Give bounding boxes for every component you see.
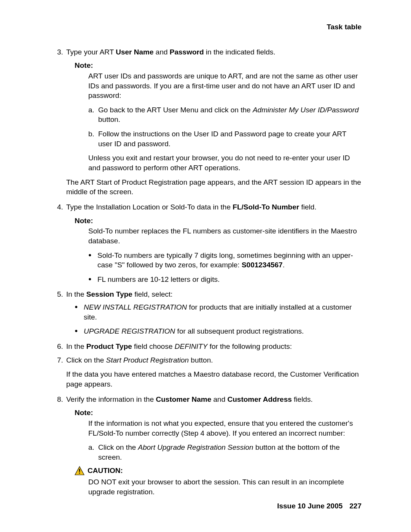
text-run: Click on the	[98, 443, 138, 451]
caution-block: CAUTION: DO NOT exit your browser to abo…	[75, 466, 362, 497]
step-4: 4. Type the Installation Location or Sol…	[57, 202, 362, 212]
indent-block: ● NEW INSTALL REGISTRATION for products …	[75, 302, 362, 336]
step-7: 7. Click on the Start Product Registrati…	[57, 355, 362, 365]
footer-issue: Issue 10 June 2005	[277, 502, 342, 510]
text-run: and	[211, 395, 227, 403]
footer-page-number: 227	[349, 502, 362, 510]
bold-text: User Name	[116, 48, 153, 56]
text-run: fields.	[292, 395, 313, 403]
step-number: 3.	[57, 47, 66, 57]
step-text: Type the Installation Location or Sold-T…	[66, 202, 362, 212]
svg-rect-1	[79, 469, 80, 472]
text-run: for the following products:	[207, 342, 292, 350]
italic-text: Abort Upgrade Registration Session	[138, 443, 253, 451]
bullet-text: UPGRADE REGISTRATION for all subsequent …	[84, 326, 362, 336]
sub-item-a: a. Click on the Abort Upgrade Registrati…	[88, 443, 362, 462]
step-text: In the Product Type field choose DEFINIT…	[66, 342, 362, 351]
bold-text: Session Type	[86, 290, 132, 298]
text-run: In the	[66, 290, 86, 298]
list-item: ● NEW INSTALL REGISTRATION for products …	[75, 302, 362, 322]
caution-header: CAUTION:	[75, 466, 362, 476]
note-body: ART user IDs and passwords are unique to…	[88, 71, 362, 101]
note-block: Note: If the information is not what you…	[75, 408, 362, 462]
text-run: Click on the	[66, 356, 106, 364]
step-number: 4.	[57, 202, 66, 212]
text-run: in the indicated fields.	[204, 48, 276, 56]
step-number: 6.	[57, 342, 66, 351]
bullet-text: FL numbers are 10-12 letters or digits.	[97, 275, 362, 284]
bullet-text: NEW INSTALL REGISTRATION for products th…	[84, 302, 362, 322]
italic-text: Start Product Registration	[106, 356, 189, 364]
text-run: Go back to the ART User Menu and click o…	[98, 106, 253, 114]
step-number: 5.	[57, 289, 66, 299]
text-run: field choose	[132, 342, 175, 350]
note-label: Note:	[75, 61, 362, 70]
text-run: and	[154, 48, 170, 56]
bold-text: Password	[170, 48, 204, 56]
page-footer: Issue 10 June 2005227	[277, 501, 362, 511]
text-run: Type your ART	[66, 48, 116, 56]
step-8: 8. Verify the information in the Custome…	[57, 395, 362, 404]
text-run: In the	[66, 342, 86, 350]
text-run: button.	[189, 356, 213, 364]
step-text: Verify the information in the Customer N…	[66, 395, 362, 404]
italic-text: Administer My User ID/Password	[253, 106, 359, 114]
bullet-dot-icon: ●	[75, 302, 84, 322]
sub-text: Click on the Abort Upgrade Registration …	[98, 443, 362, 462]
text-run: Type the Installation Location or Sold-T…	[66, 203, 233, 211]
step-3-result: The ART Start of Product Registration pa…	[66, 177, 362, 197]
step-text: Type your ART User Name and Password in …	[66, 47, 362, 57]
sub-letter: a.	[88, 105, 98, 125]
step-number: 8.	[57, 395, 66, 404]
italic-text: NEW INSTALL REGISTRATION	[84, 303, 187, 311]
step-text: In the Session Type field, select:	[66, 289, 362, 299]
caution-icon	[75, 466, 88, 475]
step-6: 6. In the Product Type field choose DEFI…	[57, 342, 362, 351]
body-content: 3. Type your ART User Name and Password …	[49, 47, 362, 497]
step-5: 5. In the Session Type field, select:	[57, 289, 362, 299]
caution-body: DO NOT exit your browser to abort the se…	[88, 477, 362, 497]
bold-text: S001234567	[242, 261, 283, 269]
note-block: Note: ART user IDs and passwords are uni…	[75, 61, 362, 173]
sub-item-a: a. Go back to the ART User Menu and clic…	[88, 105, 362, 125]
bullet-dot-icon: ●	[88, 275, 97, 284]
step-number: 7.	[57, 355, 66, 365]
page-header-title: Task table	[49, 22, 362, 32]
list-item: ● UPGRADE REGISTRATION for all subsequen…	[75, 326, 362, 336]
step-text: Click on the Start Product Registration …	[66, 355, 362, 365]
bullet-dot-icon: ●	[88, 251, 97, 270]
note-followup: Unless you exit and restart your browser…	[88, 153, 362, 173]
italic-text: UPGRADE REGISTRATION	[84, 327, 175, 335]
bold-text: Customer Address	[228, 395, 292, 403]
bullet-text: Sold-To numbers are typically 7 digits l…	[97, 251, 362, 270]
document-page: Task table 3. Type your ART User Name an…	[0, 0, 411, 532]
list-item: ● FL numbers are 10-12 letters or digits…	[88, 275, 362, 284]
sub-text: Go back to the ART User Menu and click o…	[98, 105, 362, 125]
note-block: Note: Sold-To number replaces the FL num…	[75, 216, 362, 284]
text-run: field.	[299, 203, 316, 211]
note-label: Note:	[75, 408, 362, 418]
text-run: button.	[98, 115, 120, 123]
sub-ordered-list: a. Go back to the ART User Menu and clic…	[88, 105, 362, 149]
note-body: Sold-To number replaces the FL numbers a…	[88, 226, 362, 246]
note-label: Note:	[75, 216, 362, 226]
sub-item-b: b. Follow the instructions on the User I…	[88, 129, 362, 149]
text-run: Sold-To numbers are typically 7 digits l…	[97, 251, 353, 269]
text-run: .	[283, 261, 285, 269]
bold-text: FL/Sold-To Number	[233, 203, 299, 211]
step-7-result: If the data you have entered matches a M…	[66, 369, 362, 389]
sub-letter: a.	[88, 443, 98, 462]
list-item: ● Sold-To numbers are typically 7 digits…	[88, 251, 362, 270]
note-body: If the information is not what you expec…	[88, 419, 362, 438]
bold-text: Product Type	[86, 342, 132, 350]
bullet-dot-icon: ●	[75, 326, 84, 336]
sub-letter: b.	[88, 129, 98, 149]
text-run: field, select:	[132, 290, 173, 298]
sub-text: Follow the instructions on the User ID a…	[98, 129, 362, 149]
bullet-list: ● NEW INSTALL REGISTRATION for products …	[75, 302, 362, 336]
bold-text: Customer Name	[156, 395, 212, 403]
caution-label: CAUTION:	[88, 466, 123, 476]
text-run: for all subsequent product registrations…	[175, 327, 304, 335]
step-3: 3. Type your ART User Name and Password …	[57, 47, 362, 57]
bullet-list: ● Sold-To numbers are typically 7 digits…	[88, 251, 362, 284]
